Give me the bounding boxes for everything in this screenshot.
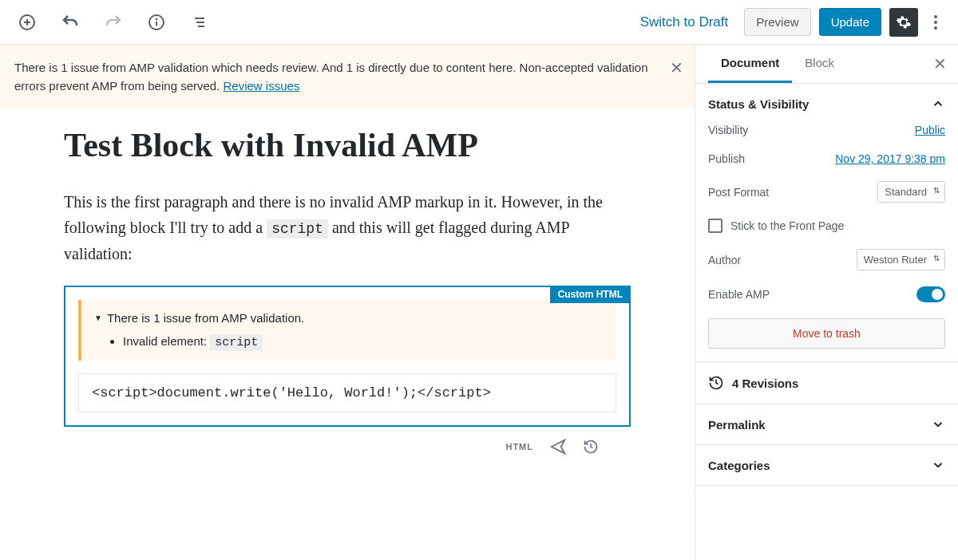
warning-item-text: Invalid element:: [123, 334, 210, 348]
visibility-label: Visibility: [708, 124, 748, 136]
html-mode-button[interactable]: HTML: [505, 438, 533, 455]
para-code: script: [267, 219, 328, 239]
tab-document[interactable]: Document: [708, 45, 792, 83]
permalink-title: Permalink: [708, 418, 766, 432]
disclosure-triangle-icon: ▼: [94, 314, 102, 322]
chevron-up-icon: [931, 97, 945, 111]
content: Test Block with Invalid AMP This is the …: [0, 109, 695, 471]
warning-summary-text: There is 1 issue from AMP validation.: [107, 311, 304, 325]
post-format-row: Post Format Standard: [708, 181, 945, 203]
amp-notice: There is 1 issue from AMP validation whi…: [0, 45, 695, 109]
more-options-button[interactable]: [926, 8, 945, 37]
tab-block[interactable]: Block: [792, 45, 847, 83]
panel-head-categories[interactable]: Categories: [695, 445, 958, 485]
panel-status-visibility: Status & Visibility Visibility Public Pu…: [695, 84, 958, 362]
review-issues-link[interactable]: Review issues: [224, 79, 300, 93]
panel-body-status: Visibility Public Publish Nov 29, 2017 9…: [695, 124, 958, 361]
update-button[interactable]: Update: [819, 8, 881, 36]
flag-icon[interactable]: [549, 438, 567, 455]
main: There is 1 issue from AMP validation whi…: [0, 45, 958, 560]
visibility-row: Visibility Public: [708, 124, 945, 136]
notice-text: There is 1 issue from AMP validation whi…: [14, 61, 648, 93]
sidebar-close-icon[interactable]: ✕: [933, 54, 947, 73]
revisions-label: 4 Revisions: [732, 377, 798, 390]
publish-row: Publish Nov 29, 2017 9:38 pm: [708, 152, 945, 165]
settings-sidebar: Document Block ✕ Status & Visibility Vis…: [695, 45, 958, 560]
sidebar-tabs: Document Block ✕: [695, 45, 958, 84]
warning-item-code: script: [210, 334, 263, 351]
notice-close-icon[interactable]: ✕: [670, 56, 683, 80]
svg-point-11: [934, 26, 937, 30]
warning-item: Invalid element: script: [123, 334, 604, 349]
history-icon: [708, 375, 724, 391]
preview-button[interactable]: Preview: [744, 8, 810, 36]
topbar-right: Switch to Draft Preview Update: [632, 8, 945, 37]
add-block-button[interactable]: [13, 8, 42, 37]
chevron-down-icon: [931, 417, 945, 432]
panel-head-permalink[interactable]: Permalink: [695, 404, 958, 444]
publish-label: Publish: [708, 152, 745, 165]
stick-label: Stick to the Front Page: [730, 219, 844, 232]
svg-point-10: [934, 21, 937, 24]
categories-title: Categories: [708, 459, 770, 472]
settings-button[interactable]: [889, 8, 918, 37]
html-code-input[interactable]: <script>document.write('Hello, World!');…: [78, 373, 616, 412]
custom-html-block[interactable]: Custom HTML ▼ There is 1 issue from AMP …: [64, 286, 631, 427]
switch-to-draft-link[interactable]: Switch to Draft: [632, 8, 737, 37]
svg-point-9: [934, 15, 937, 18]
panel-title: Status & Visibility: [708, 97, 809, 111]
visibility-value-link[interactable]: Public: [915, 124, 945, 136]
warning-list: Invalid element: script: [94, 334, 604, 349]
topbar-left: [13, 8, 214, 37]
outline-button[interactable]: [185, 8, 214, 37]
enable-amp-toggle[interactable]: [916, 286, 945, 302]
revisions-row[interactable]: 4 Revisions: [695, 362, 958, 404]
block-toolbar: HTML: [64, 427, 631, 455]
warning-summary[interactable]: ▼ There is 1 issue from AMP validation.: [94, 311, 604, 325]
history-icon[interactable]: [583, 438, 599, 455]
stick-checkbox[interactable]: [708, 219, 722, 233]
panel-head-status[interactable]: Status & Visibility: [695, 84, 958, 124]
enable-amp-row: Enable AMP: [708, 286, 945, 302]
publish-value-link[interactable]: Nov 29, 2017 9:38 pm: [835, 152, 945, 165]
panel-categories: Categories: [695, 445, 958, 486]
paragraph-block[interactable]: This is the first paragraph and there is…: [64, 189, 631, 266]
author-select[interactable]: Weston Ruter: [857, 249, 945, 270]
topbar: Switch to Draft Preview Update: [0, 0, 958, 45]
redo-button[interactable]: [99, 8, 128, 37]
amp-warning-box: ▼ There is 1 issue from AMP validation. …: [78, 300, 616, 361]
author-label: Author: [708, 254, 741, 266]
stick-front-page-row[interactable]: Stick to the Front Page: [708, 219, 945, 233]
post-format-label: Post Format: [708, 186, 769, 199]
undo-button[interactable]: [56, 8, 85, 37]
post-format-select[interactable]: Standard: [877, 181, 945, 203]
author-row: Author Weston Ruter: [708, 249, 945, 270]
svg-point-5: [156, 18, 157, 19]
panel-permalink: Permalink: [695, 404, 958, 445]
move-to-trash-button[interactable]: Move to trash: [708, 318, 945, 349]
info-button[interactable]: [142, 8, 171, 37]
editor-area: There is 1 issue from AMP validation whi…: [0, 45, 695, 560]
enable-amp-label: Enable AMP: [708, 288, 770, 301]
chevron-down-icon: [931, 458, 945, 472]
post-title[interactable]: Test Block with Invalid AMP: [64, 125, 631, 165]
block-type-label: Custom HTML: [550, 286, 631, 303]
